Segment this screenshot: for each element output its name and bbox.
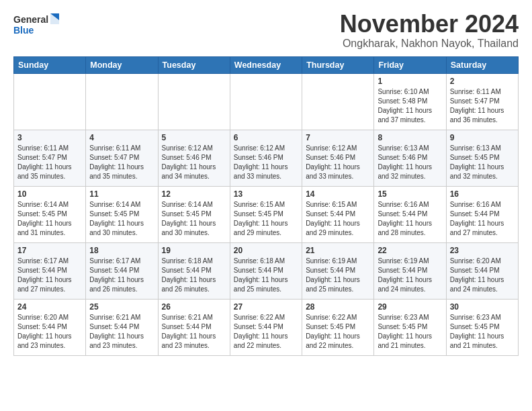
day-info: Sunrise: 6:17 AM Sunset: 5:44 PM Dayligh… bbox=[89, 257, 154, 294]
calendar-cell: 28Sunrise: 6:22 AM Sunset: 5:45 PM Dayli… bbox=[302, 299, 374, 355]
day-number: 1 bbox=[378, 77, 442, 86]
day-number: 10 bbox=[17, 189, 82, 199]
calendar-table: SundayMondayTuesdayWednesdayThursdayFrid… bbox=[13, 56, 519, 356]
calendar-cell: 3Sunrise: 6:11 AM Sunset: 5:47 PM Daylig… bbox=[14, 130, 86, 186]
day-info: Sunrise: 6:15 AM Sunset: 5:45 PM Dayligh… bbox=[234, 200, 298, 238]
calendar-cell: 7Sunrise: 6:12 AM Sunset: 5:46 PM Daylig… bbox=[302, 130, 374, 186]
calendar-cell: 14Sunrise: 6:15 AM Sunset: 5:44 PM Dayli… bbox=[302, 186, 374, 242]
day-info: Sunrise: 6:21 AM Sunset: 5:44 PM Dayligh… bbox=[89, 313, 154, 351]
calendar-day-header: Tuesday bbox=[158, 56, 230, 73]
calendar-header-row: SundayMondayTuesdayWednesdayThursdayFrid… bbox=[14, 56, 519, 73]
day-number: 12 bbox=[162, 189, 226, 199]
calendar-cell: 21Sunrise: 6:19 AM Sunset: 5:44 PM Dayli… bbox=[302, 242, 374, 299]
day-number: 13 bbox=[234, 189, 298, 199]
calendar-cell: 25Sunrise: 6:21 AM Sunset: 5:44 PM Dayli… bbox=[86, 299, 158, 355]
day-info: Sunrise: 6:14 AM Sunset: 5:45 PM Dayligh… bbox=[162, 200, 226, 238]
day-info: Sunrise: 6:11 AM Sunset: 5:47 PM Dayligh… bbox=[17, 144, 82, 181]
day-number: 28 bbox=[306, 302, 370, 312]
calendar-cell: 24Sunrise: 6:20 AM Sunset: 5:44 PM Dayli… bbox=[14, 299, 86, 355]
day-number: 15 bbox=[378, 189, 442, 199]
day-info: Sunrise: 6:13 AM Sunset: 5:46 PM Dayligh… bbox=[378, 144, 442, 181]
day-number: 25 bbox=[89, 302, 154, 312]
calendar-cell: 15Sunrise: 6:16 AM Sunset: 5:44 PM Dayli… bbox=[374, 186, 446, 242]
day-info: Sunrise: 6:17 AM Sunset: 5:44 PM Dayligh… bbox=[17, 257, 82, 294]
calendar-cell: 17Sunrise: 6:17 AM Sunset: 5:44 PM Dayli… bbox=[14, 242, 86, 299]
svg-text:Blue: Blue bbox=[13, 25, 34, 36]
calendar-week-row: 24Sunrise: 6:20 AM Sunset: 5:44 PM Dayli… bbox=[14, 299, 519, 355]
day-info: Sunrise: 6:10 AM Sunset: 5:48 PM Dayligh… bbox=[378, 87, 442, 125]
day-number: 5 bbox=[162, 133, 226, 142]
day-info: Sunrise: 6:20 AM Sunset: 5:44 PM Dayligh… bbox=[17, 313, 82, 351]
day-info: Sunrise: 6:11 AM Sunset: 5:47 PM Dayligh… bbox=[450, 87, 515, 125]
calendar-cell: 29Sunrise: 6:23 AM Sunset: 5:45 PM Dayli… bbox=[374, 299, 446, 355]
calendar-cell: 19Sunrise: 6:18 AM Sunset: 5:44 PM Dayli… bbox=[158, 242, 230, 299]
calendar-cell bbox=[86, 73, 158, 130]
location: Ongkharak, Nakhon Nayok, Thailand bbox=[340, 38, 519, 50]
calendar-cell: 8Sunrise: 6:13 AM Sunset: 5:46 PM Daylig… bbox=[374, 130, 446, 186]
calendar-cell bbox=[230, 73, 302, 130]
day-number: 4 bbox=[89, 133, 154, 142]
calendar-cell bbox=[14, 73, 86, 130]
month-title: November 2024 bbox=[340, 11, 519, 38]
calendar-cell: 26Sunrise: 6:21 AM Sunset: 5:44 PM Dayli… bbox=[158, 299, 230, 355]
calendar-cell: 27Sunrise: 6:22 AM Sunset: 5:44 PM Dayli… bbox=[230, 299, 302, 355]
header: General Blue November 2024 Ongkharak, Na… bbox=[13, 11, 519, 50]
calendar-cell: 11Sunrise: 6:14 AM Sunset: 5:45 PM Dayli… bbox=[86, 186, 158, 242]
calendar-week-row: 17Sunrise: 6:17 AM Sunset: 5:44 PM Dayli… bbox=[14, 242, 519, 299]
calendar-cell: 10Sunrise: 6:14 AM Sunset: 5:45 PM Dayli… bbox=[14, 186, 86, 242]
day-info: Sunrise: 6:11 AM Sunset: 5:47 PM Dayligh… bbox=[89, 144, 154, 181]
day-info: Sunrise: 6:13 AM Sunset: 5:45 PM Dayligh… bbox=[450, 144, 515, 181]
calendar-cell: 5Sunrise: 6:12 AM Sunset: 5:46 PM Daylig… bbox=[158, 130, 230, 186]
calendar-cell: 20Sunrise: 6:18 AM Sunset: 5:44 PM Dayli… bbox=[230, 242, 302, 299]
day-info: Sunrise: 6:22 AM Sunset: 5:45 PM Dayligh… bbox=[306, 313, 370, 351]
calendar-cell: 22Sunrise: 6:19 AM Sunset: 5:44 PM Dayli… bbox=[374, 242, 446, 299]
day-info: Sunrise: 6:15 AM Sunset: 5:44 PM Dayligh… bbox=[306, 200, 370, 238]
logo-svg: General Blue bbox=[13, 11, 60, 38]
calendar-cell: 13Sunrise: 6:15 AM Sunset: 5:45 PM Dayli… bbox=[230, 186, 302, 242]
day-info: Sunrise: 6:16 AM Sunset: 5:44 PM Dayligh… bbox=[378, 200, 442, 238]
day-info: Sunrise: 6:21 AM Sunset: 5:44 PM Dayligh… bbox=[162, 313, 226, 351]
day-info: Sunrise: 6:20 AM Sunset: 5:44 PM Dayligh… bbox=[450, 257, 515, 294]
calendar-cell bbox=[302, 73, 374, 130]
day-number: 16 bbox=[450, 189, 515, 199]
day-info: Sunrise: 6:19 AM Sunset: 5:44 PM Dayligh… bbox=[378, 257, 442, 294]
day-number: 2 bbox=[450, 77, 515, 86]
day-number: 14 bbox=[306, 189, 370, 199]
day-info: Sunrise: 6:18 AM Sunset: 5:44 PM Dayligh… bbox=[234, 257, 298, 294]
day-number: 20 bbox=[234, 246, 298, 255]
title-section: November 2024 Ongkharak, Nakhon Nayok, T… bbox=[340, 11, 519, 50]
day-info: Sunrise: 6:23 AM Sunset: 5:45 PM Dayligh… bbox=[378, 313, 442, 351]
calendar-cell: 1Sunrise: 6:10 AM Sunset: 5:48 PM Daylig… bbox=[374, 73, 446, 130]
day-number: 3 bbox=[17, 133, 82, 142]
day-info: Sunrise: 6:12 AM Sunset: 5:46 PM Dayligh… bbox=[162, 144, 226, 181]
calendar-cell: 18Sunrise: 6:17 AM Sunset: 5:44 PM Dayli… bbox=[86, 242, 158, 299]
day-number: 22 bbox=[378, 246, 442, 255]
calendar-cell: 23Sunrise: 6:20 AM Sunset: 5:44 PM Dayli… bbox=[446, 242, 518, 299]
calendar-cell: 4Sunrise: 6:11 AM Sunset: 5:47 PM Daylig… bbox=[86, 130, 158, 186]
calendar-cell: 9Sunrise: 6:13 AM Sunset: 5:45 PM Daylig… bbox=[446, 130, 518, 186]
logo: General Blue bbox=[13, 11, 60, 38]
day-number: 19 bbox=[162, 246, 226, 255]
day-number: 27 bbox=[234, 302, 298, 312]
day-number: 21 bbox=[306, 246, 370, 255]
calendar-cell: 16Sunrise: 6:16 AM Sunset: 5:44 PM Dayli… bbox=[446, 186, 518, 242]
calendar-day-header: Saturday bbox=[446, 56, 518, 73]
day-number: 7 bbox=[306, 133, 370, 142]
day-info: Sunrise: 6:12 AM Sunset: 5:46 PM Dayligh… bbox=[306, 144, 370, 181]
calendar-cell bbox=[158, 73, 230, 130]
day-info: Sunrise: 6:18 AM Sunset: 5:44 PM Dayligh… bbox=[162, 257, 226, 294]
calendar-day-header: Wednesday bbox=[230, 56, 302, 73]
calendar-day-header: Thursday bbox=[302, 56, 374, 73]
day-info: Sunrise: 6:14 AM Sunset: 5:45 PM Dayligh… bbox=[89, 200, 154, 238]
svg-text:General: General bbox=[13, 14, 48, 25]
day-info: Sunrise: 6:14 AM Sunset: 5:45 PM Dayligh… bbox=[17, 200, 82, 238]
day-info: Sunrise: 6:16 AM Sunset: 5:44 PM Dayligh… bbox=[450, 200, 515, 238]
day-number: 23 bbox=[450, 246, 515, 255]
day-number: 29 bbox=[378, 302, 442, 312]
day-number: 17 bbox=[17, 246, 82, 255]
day-number: 9 bbox=[450, 133, 515, 142]
page: General Blue November 2024 Ongkharak, Na… bbox=[0, 0, 532, 363]
calendar-cell: 2Sunrise: 6:11 AM Sunset: 5:47 PM Daylig… bbox=[446, 73, 518, 130]
calendar-day-header: Monday bbox=[86, 56, 158, 73]
day-number: 8 bbox=[378, 133, 442, 142]
